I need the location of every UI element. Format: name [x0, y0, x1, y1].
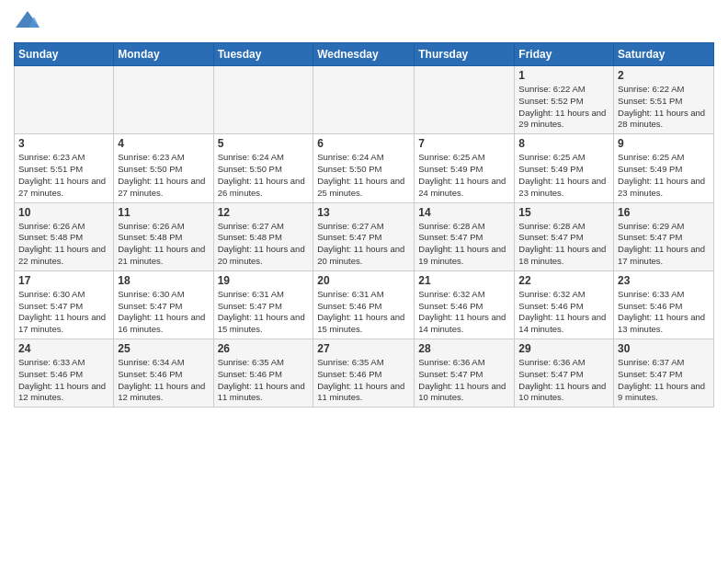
- day-number: 11: [118, 206, 209, 219]
- header: [14, 9, 714, 35]
- calendar-cell: 8Sunrise: 6:25 AM Sunset: 5:49 PM Daylig…: [515, 134, 614, 202]
- day-number: 20: [317, 274, 410, 287]
- day-info: Sunrise: 6:32 AM Sunset: 5:46 PM Dayligh…: [418, 289, 510, 336]
- day-info: Sunrise: 6:22 AM Sunset: 5:52 PM Dayligh…: [518, 84, 609, 131]
- calendar-cell: 4Sunrise: 6:23 AM Sunset: 5:50 PM Daylig…: [114, 134, 213, 202]
- day-number: 7: [418, 137, 510, 150]
- day-number: 27: [317, 342, 410, 355]
- weekday-row: SundayMondayTuesdayWednesdayThursdayFrid…: [15, 43, 714, 66]
- day-number: 19: [218, 274, 310, 287]
- calendar-cell: [313, 66, 415, 134]
- day-number: 18: [118, 274, 209, 287]
- calendar-week-1: 1Sunrise: 6:22 AM Sunset: 5:52 PM Daylig…: [15, 66, 714, 134]
- calendar-week-4: 17Sunrise: 6:30 AM Sunset: 5:47 PM Dayli…: [15, 270, 714, 339]
- calendar-table: SundayMondayTuesdayWednesdayThursdayFrid…: [14, 42, 714, 408]
- day-info: Sunrise: 6:24 AM Sunset: 5:50 PM Dayligh…: [218, 152, 310, 199]
- day-info: Sunrise: 6:32 AM Sunset: 5:46 PM Dayligh…: [518, 289, 609, 336]
- logo: [14, 9, 45, 35]
- day-info: Sunrise: 6:27 AM Sunset: 5:47 PM Dayligh…: [317, 221, 410, 268]
- calendar-cell: 15Sunrise: 6:28 AM Sunset: 5:47 PM Dayli…: [515, 202, 614, 270]
- day-info: Sunrise: 6:33 AM Sunset: 5:46 PM Dayligh…: [18, 357, 109, 404]
- day-number: 3: [18, 137, 109, 150]
- calendar-cell: [114, 66, 213, 134]
- day-number: 2: [618, 69, 710, 82]
- calendar-cell: 16Sunrise: 6:29 AM Sunset: 5:47 PM Dayli…: [614, 202, 714, 270]
- day-number: 1: [518, 69, 609, 82]
- day-number: 10: [18, 206, 109, 219]
- day-number: 9: [618, 137, 710, 150]
- day-info: Sunrise: 6:25 AM Sunset: 5:49 PM Dayligh…: [618, 152, 710, 199]
- calendar-cell: 10Sunrise: 6:26 AM Sunset: 5:48 PM Dayli…: [15, 202, 114, 270]
- day-info: Sunrise: 6:27 AM Sunset: 5:48 PM Dayligh…: [218, 221, 310, 268]
- day-number: 23: [618, 274, 710, 287]
- calendar-cell: 19Sunrise: 6:31 AM Sunset: 5:47 PM Dayli…: [213, 270, 313, 339]
- day-number: 4: [118, 137, 209, 150]
- day-number: 15: [518, 206, 609, 219]
- calendar-cell: 24Sunrise: 6:33 AM Sunset: 5:46 PM Dayli…: [15, 339, 114, 408]
- calendar-cell: 27Sunrise: 6:35 AM Sunset: 5:46 PM Dayli…: [313, 339, 415, 408]
- day-info: Sunrise: 6:35 AM Sunset: 5:46 PM Dayligh…: [317, 357, 410, 404]
- day-number: 21: [418, 274, 510, 287]
- day-number: 25: [118, 342, 209, 355]
- calendar-cell: 2Sunrise: 6:22 AM Sunset: 5:51 PM Daylig…: [614, 66, 714, 134]
- logo-icon: [14, 9, 41, 35]
- calendar-week-5: 24Sunrise: 6:33 AM Sunset: 5:46 PM Dayli…: [15, 339, 714, 408]
- calendar-cell: 9Sunrise: 6:25 AM Sunset: 5:49 PM Daylig…: [614, 134, 714, 202]
- calendar-cell: 23Sunrise: 6:33 AM Sunset: 5:46 PM Dayli…: [614, 270, 714, 339]
- day-number: 8: [518, 137, 609, 150]
- day-info: Sunrise: 6:23 AM Sunset: 5:50 PM Dayligh…: [118, 152, 209, 199]
- calendar-cell: 29Sunrise: 6:36 AM Sunset: 5:47 PM Dayli…: [515, 339, 614, 408]
- calendar-cell: [15, 66, 114, 134]
- day-number: 13: [317, 206, 410, 219]
- day-number: 17: [18, 274, 109, 287]
- day-info: Sunrise: 6:23 AM Sunset: 5:51 PM Dayligh…: [18, 152, 109, 199]
- calendar-cell: 12Sunrise: 6:27 AM Sunset: 5:48 PM Dayli…: [213, 202, 313, 270]
- calendar-week-3: 10Sunrise: 6:26 AM Sunset: 5:48 PM Dayli…: [15, 202, 714, 270]
- day-number: 16: [618, 206, 710, 219]
- day-number: 29: [518, 342, 609, 355]
- calendar-cell: 13Sunrise: 6:27 AM Sunset: 5:47 PM Dayli…: [313, 202, 415, 270]
- calendar-cell: 7Sunrise: 6:25 AM Sunset: 5:49 PM Daylig…: [415, 134, 515, 202]
- day-number: 5: [218, 137, 310, 150]
- day-info: Sunrise: 6:28 AM Sunset: 5:47 PM Dayligh…: [518, 221, 609, 268]
- day-info: Sunrise: 6:31 AM Sunset: 5:46 PM Dayligh…: [317, 289, 410, 336]
- day-number: 28: [418, 342, 510, 355]
- calendar-cell: 17Sunrise: 6:30 AM Sunset: 5:47 PM Dayli…: [15, 270, 114, 339]
- day-info: Sunrise: 6:29 AM Sunset: 5:47 PM Dayligh…: [618, 221, 710, 268]
- day-info: Sunrise: 6:31 AM Sunset: 5:47 PM Dayligh…: [218, 289, 310, 336]
- day-info: Sunrise: 6:35 AM Sunset: 5:46 PM Dayligh…: [218, 357, 310, 404]
- day-info: Sunrise: 6:30 AM Sunset: 5:47 PM Dayligh…: [118, 289, 209, 336]
- day-info: Sunrise: 6:33 AM Sunset: 5:46 PM Dayligh…: [618, 289, 710, 336]
- calendar-page: SundayMondayTuesdayWednesdayThursdayFrid…: [0, 0, 728, 417]
- calendar-cell: 3Sunrise: 6:23 AM Sunset: 5:51 PM Daylig…: [15, 134, 114, 202]
- day-info: Sunrise: 6:28 AM Sunset: 5:47 PM Dayligh…: [418, 221, 510, 268]
- calendar-cell: 11Sunrise: 6:26 AM Sunset: 5:48 PM Dayli…: [114, 202, 213, 270]
- day-number: 26: [218, 342, 310, 355]
- day-info: Sunrise: 6:34 AM Sunset: 5:46 PM Dayligh…: [118, 357, 209, 404]
- day-info: Sunrise: 6:37 AM Sunset: 5:47 PM Dayligh…: [618, 357, 710, 404]
- weekday-header-thursday: Thursday: [415, 43, 515, 66]
- day-number: 30: [618, 342, 710, 355]
- calendar-body: 1Sunrise: 6:22 AM Sunset: 5:52 PM Daylig…: [15, 66, 714, 408]
- calendar-week-2: 3Sunrise: 6:23 AM Sunset: 5:51 PM Daylig…: [15, 134, 714, 202]
- weekday-header-monday: Monday: [114, 43, 213, 66]
- calendar-cell: 30Sunrise: 6:37 AM Sunset: 5:47 PM Dayli…: [614, 339, 714, 408]
- calendar-cell: 22Sunrise: 6:32 AM Sunset: 5:46 PM Dayli…: [515, 270, 614, 339]
- weekday-header-saturday: Saturday: [614, 43, 714, 66]
- day-info: Sunrise: 6:24 AM Sunset: 5:50 PM Dayligh…: [317, 152, 410, 199]
- calendar-cell: 28Sunrise: 6:36 AM Sunset: 5:47 PM Dayli…: [415, 339, 515, 408]
- calendar-header: SundayMondayTuesdayWednesdayThursdayFrid…: [15, 43, 714, 66]
- calendar-cell: [213, 66, 313, 134]
- weekday-header-friday: Friday: [515, 43, 614, 66]
- day-info: Sunrise: 6:22 AM Sunset: 5:51 PM Dayligh…: [618, 84, 710, 131]
- calendar-cell: 14Sunrise: 6:28 AM Sunset: 5:47 PM Dayli…: [415, 202, 515, 270]
- day-info: Sunrise: 6:36 AM Sunset: 5:47 PM Dayligh…: [418, 357, 510, 404]
- weekday-header-tuesday: Tuesday: [213, 43, 313, 66]
- calendar-cell: 18Sunrise: 6:30 AM Sunset: 5:47 PM Dayli…: [114, 270, 213, 339]
- calendar-cell: 20Sunrise: 6:31 AM Sunset: 5:46 PM Dayli…: [313, 270, 415, 339]
- calendar-cell: [415, 66, 515, 134]
- day-info: Sunrise: 6:36 AM Sunset: 5:47 PM Dayligh…: [518, 357, 609, 404]
- day-number: 24: [18, 342, 109, 355]
- weekday-header-wednesday: Wednesday: [313, 43, 415, 66]
- calendar-cell: 5Sunrise: 6:24 AM Sunset: 5:50 PM Daylig…: [213, 134, 313, 202]
